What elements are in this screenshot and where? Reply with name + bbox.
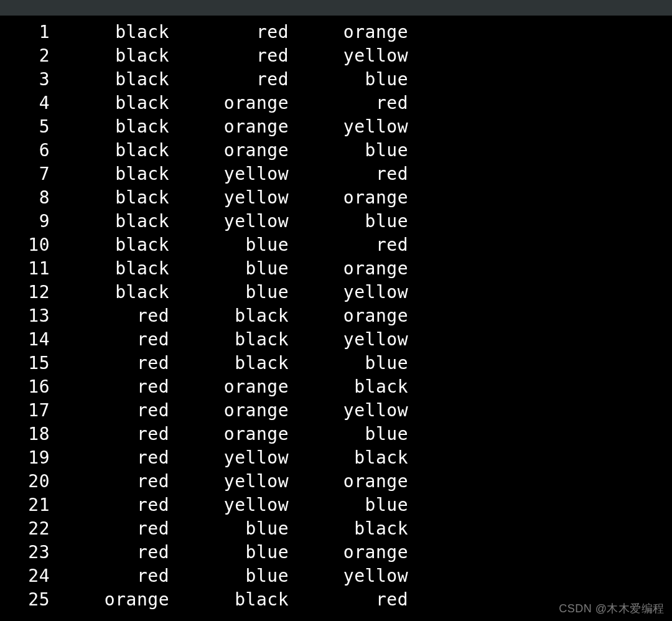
watermark-text: CSDN @木木爱编程 xyxy=(559,601,665,616)
row-index: 8 xyxy=(0,186,50,210)
row-cell: yellow xyxy=(289,281,408,304)
row-index: 11 xyxy=(0,257,50,281)
row-index: 10 xyxy=(0,233,50,257)
row-cell: orange xyxy=(289,304,408,328)
output-row: 3blackredblue xyxy=(0,68,672,91)
row-cell: red xyxy=(289,91,408,115)
row-cell: black xyxy=(169,304,289,328)
row-cell: red xyxy=(50,541,169,564)
row-cell: red xyxy=(50,328,169,352)
output-row: 15redblackblue xyxy=(0,352,672,375)
row-cell: black xyxy=(289,517,408,541)
row-cell: black xyxy=(50,281,169,304)
row-cell: black xyxy=(50,257,169,281)
row-index: 6 xyxy=(0,139,50,162)
output-row: 17redorangeyellow xyxy=(0,399,672,423)
row-cell: orange xyxy=(50,588,169,612)
row-cell: yellow xyxy=(169,493,289,517)
output-row: 18redorangeblue xyxy=(0,423,672,446)
output-row: 6blackorangeblue xyxy=(0,139,672,162)
row-index: 9 xyxy=(0,210,50,233)
row-cell: yellow xyxy=(289,399,408,423)
output-row: 4blackorangered xyxy=(0,91,672,115)
row-index: 20 xyxy=(0,470,50,493)
row-index: 15 xyxy=(0,352,50,375)
row-cell: black xyxy=(289,375,408,399)
row-cell: red xyxy=(50,493,169,517)
row-cell: orange xyxy=(289,21,408,44)
output-row: 13redblackorange xyxy=(0,304,672,328)
row-cell: red xyxy=(289,233,408,257)
row-index: 7 xyxy=(0,162,50,186)
row-cell: red xyxy=(50,304,169,328)
row-cell: blue xyxy=(289,352,408,375)
row-cell: red xyxy=(50,517,169,541)
row-index: 2 xyxy=(0,44,50,68)
row-cell: black xyxy=(50,233,169,257)
row-cell: blue xyxy=(289,493,408,517)
output-row: 21redyellowblue xyxy=(0,493,672,517)
row-cell: blue xyxy=(169,564,289,588)
row-cell: orange xyxy=(289,541,408,564)
row-index: 5 xyxy=(0,115,50,139)
output-row: 2blackredyellow xyxy=(0,44,672,68)
row-cell: black xyxy=(50,139,169,162)
row-index: 25 xyxy=(0,588,50,612)
output-row: 12blackblueyellow xyxy=(0,281,672,304)
output-row: 11blackblueorange xyxy=(0,257,672,281)
row-cell: black xyxy=(169,328,289,352)
output-row: 9blackyellowblue xyxy=(0,210,672,233)
row-cell: orange xyxy=(169,91,289,115)
output-row: 22redblueblack xyxy=(0,517,672,541)
output-row: 7blackyellowred xyxy=(0,162,672,186)
row-index: 1 xyxy=(0,21,50,44)
output-row: 19redyellowblack xyxy=(0,446,672,470)
row-cell: black xyxy=(50,21,169,44)
row-cell: black xyxy=(50,44,169,68)
row-cell: blue xyxy=(169,233,289,257)
row-cell: black xyxy=(289,446,408,470)
row-index: 19 xyxy=(0,446,50,470)
row-cell: orange xyxy=(169,399,289,423)
row-cell: red xyxy=(289,588,408,612)
row-cell: red xyxy=(50,446,169,470)
row-cell: blue xyxy=(169,541,289,564)
row-index: 21 xyxy=(0,493,50,517)
row-cell: yellow xyxy=(289,328,408,352)
row-cell: red xyxy=(169,21,289,44)
row-cell: black xyxy=(50,115,169,139)
row-cell: red xyxy=(50,352,169,375)
row-cell: black xyxy=(169,352,289,375)
terminal-output[interactable]: 1blackredorange2blackredyellow3blackredb… xyxy=(0,16,672,612)
output-row: 24redblueyellow xyxy=(0,564,672,588)
row-cell: orange xyxy=(169,423,289,446)
row-index: 12 xyxy=(0,281,50,304)
row-index: 3 xyxy=(0,68,50,91)
row-cell: orange xyxy=(169,139,289,162)
row-cell: black xyxy=(50,91,169,115)
row-cell: blue xyxy=(169,257,289,281)
output-row: 5blackorangeyellow xyxy=(0,115,672,139)
row-cell: yellow xyxy=(169,186,289,210)
row-index: 16 xyxy=(0,375,50,399)
row-cell: black xyxy=(50,68,169,91)
output-row: 1blackredorange xyxy=(0,21,672,44)
row-cell: blue xyxy=(289,68,408,91)
row-index: 17 xyxy=(0,399,50,423)
output-row: 10blackbluered xyxy=(0,233,672,257)
row-cell: yellow xyxy=(169,210,289,233)
row-cell: blue xyxy=(289,423,408,446)
output-row: 23redblueorange xyxy=(0,541,672,564)
row-index: 24 xyxy=(0,564,50,588)
row-cell: yellow xyxy=(169,162,289,186)
row-cell: blue xyxy=(169,281,289,304)
row-cell: orange xyxy=(289,186,408,210)
row-cell: black xyxy=(50,186,169,210)
row-cell: black xyxy=(50,162,169,186)
row-cell: red xyxy=(50,470,169,493)
row-cell: orange xyxy=(169,115,289,139)
row-cell: red xyxy=(50,375,169,399)
row-cell: orange xyxy=(289,257,408,281)
row-cell: red xyxy=(50,423,169,446)
window-titlebar xyxy=(0,0,672,16)
